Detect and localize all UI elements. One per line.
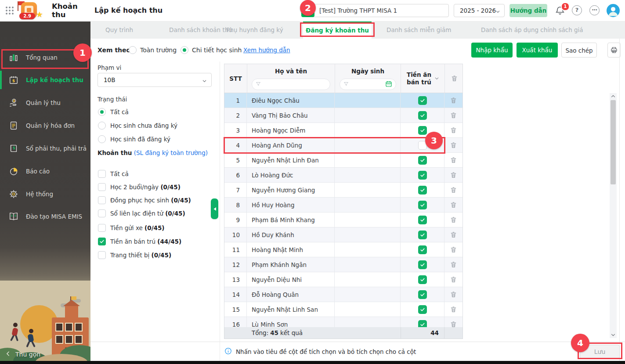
table-row[interactable]: 11Hoàng Nhật Minh (224, 242, 462, 257)
tab-danh-sach-khoan-thu[interactable]: Danh sách khoản thu (169, 21, 232, 39)
help-icon[interactable]: ? (572, 5, 582, 15)
collapse-filter-handle[interactable] (211, 198, 218, 219)
table-row[interactable]: 10Hồ Duy Khánh (224, 227, 462, 242)
status-radio-1[interactable]: Tất cả (98, 107, 129, 117)
table-row[interactable]: 15Nguyễn Nhật Linh San (224, 302, 462, 317)
meal-fee-checkbox[interactable] (418, 320, 427, 328)
year-selector[interactable]: 2025 - 2026 (454, 4, 505, 17)
guide-button[interactable]: Hướng dẫn (509, 4, 547, 17)
vertical-scrollbar[interactable] (610, 93, 617, 338)
delete-row-button[interactable] (450, 321, 457, 327)
table-row[interactable]: 5Nguyễn Nhật Linh Đan (224, 153, 462, 168)
delete-row-button[interactable] (450, 231, 457, 238)
delete-row-button[interactable] (450, 186, 457, 194)
table-row[interactable]: 2Vàng Thị Bảo Châu (224, 108, 462, 123)
delete-row-button[interactable] (450, 291, 457, 298)
meal-fee-checkbox[interactable] (418, 171, 427, 180)
meal-fee-checkbox[interactable] (418, 186, 427, 195)
table-row[interactable]: 14Đỗ Hoàng Quân (224, 287, 462, 302)
sidebar-item-quan-ly-hoa-don[interactable]: Quản lý hóa đơn (0, 115, 90, 136)
meal-fee-checkbox[interactable] (418, 245, 427, 254)
table-row[interactable]: 3Hoàng Ngọc Diễm (224, 123, 462, 138)
tab-dang-ky-khoan-thu[interactable]: Đăng ký khoản thu (303, 21, 372, 39)
meal-fee-checkbox[interactable] (418, 201, 427, 209)
delete-row-button[interactable] (450, 306, 457, 313)
meal-fee-checkbox[interactable] (418, 156, 427, 165)
delete-row-button[interactable] (450, 171, 457, 179)
fee-checkbox-2[interactable]: Học 2 buổi/ngày (0/45) (98, 182, 181, 192)
view-guide-link[interactable]: Xem hướng dẫn (243, 43, 290, 58)
meal-fee-checkbox[interactable] (418, 126, 427, 135)
apps-grid-icon[interactable] (6, 7, 14, 14)
meal-fee-checkbox[interactable] (418, 111, 427, 120)
delete-row-button[interactable] (450, 201, 457, 209)
tab-quy-trinh[interactable]: Quy trình (105, 21, 133, 39)
meal-fee-checkbox[interactable] (418, 290, 427, 299)
table-row[interactable]: 13Nguyễn Diệu Nhi (224, 272, 462, 287)
copy-button[interactable]: Sao chép (561, 43, 597, 58)
table-row[interactable]: 12Phạm Khánh Ngân (224, 257, 462, 272)
fee-checkbox-6[interactable]: Tiền ăn bán trú (44/45) (98, 236, 181, 247)
sidebar-item-lap-ke-hoach-thu[interactable]: $Lập kế hoạch thu (0, 69, 90, 90)
save-button[interactable]: Lưu (580, 345, 620, 359)
calendar-icon[interactable] (385, 80, 392, 89)
school-selector[interactable]: [Test] Trường THPT MISA 1 (301, 4, 449, 17)
scroll-down-arrow[interactable] (610, 332, 617, 338)
tab-phu-huynh-dang-ky[interactable]: Phụ huynh đăng ký (226, 21, 283, 39)
delete-row-button[interactable] (450, 261, 457, 268)
fee-checkbox-3[interactable]: Đồng phục học sinh (0/45) (98, 195, 191, 205)
fee-checkbox-7[interactable]: Trang thiết bị (0/45) (98, 250, 171, 260)
tab-danh-sach-ap-dung-chinh-sach-gia[interactable]: Danh sách áp dụng chính sách giá (481, 21, 583, 39)
sidebar-item-so-phai-thu-phai-tra[interactable]: $Sổ phải thu, phải trả (0, 138, 90, 159)
delete-row-button[interactable] (450, 216, 457, 223)
radio-student-detail[interactable]: Chi tiết học sinh (181, 43, 242, 58)
table-row[interactable]: 16Lù Minh Sơn (224, 317, 462, 327)
sidebar-item-dao-tao-misa-emis[interactable]: Đào tạo MISA EMIS (0, 206, 90, 227)
delete-row-button[interactable] (450, 112, 457, 119)
export-button[interactable]: Xuất khẩu (517, 43, 558, 58)
sidebar-item-bao-cao[interactable]: Báo cáo (0, 161, 90, 182)
table-row[interactable]: 8Hồ Huy Hoàng (224, 198, 462, 213)
table-row[interactable]: 6Lò Hoàng Đức (224, 168, 462, 183)
notification-bell-icon[interactable]: 1 (555, 5, 566, 17)
table-row[interactable]: 1Điêu Ngọc Châu (224, 93, 462, 108)
delete-row-button[interactable] (450, 126, 457, 134)
delete-row-button[interactable] (450, 246, 457, 253)
print-button[interactable] (607, 43, 621, 58)
delete-row-button[interactable] (450, 156, 457, 164)
scope-select[interactable]: 10B (98, 73, 212, 87)
meal-fee-checkbox[interactable] (418, 275, 427, 284)
sidebar-item-quan-ly-thu[interactable]: $Quản lý thu (0, 92, 90, 113)
sidebar-item-he-thong[interactable]: Hệ thống (0, 184, 90, 205)
meal-fee-checkbox[interactable] (418, 260, 427, 269)
tab-danh-sach-mien-giam[interactable]: Danh sách miễn giảm (387, 21, 451, 39)
meal-fee-checkbox[interactable] (418, 231, 427, 239)
status-radio-3[interactable]: Học sinh đã đăng ký (98, 134, 170, 144)
radio-whole-school[interactable]: Toàn trường (129, 43, 177, 58)
scrollbar-thumb[interactable] (611, 100, 616, 184)
more-icon[interactable]: ⋯ (589, 5, 600, 15)
column-header-fee[interactable]: Tiền ăn bán trú (401, 64, 445, 93)
import-button[interactable]: Nhập khẩu (471, 43, 513, 58)
meal-fee-checkbox[interactable] (418, 96, 427, 105)
user-avatar[interactable] (607, 4, 620, 17)
fee-checkbox-5[interactable]: Tiền gửi xe (0/45) (98, 223, 165, 233)
fee-checkbox-4[interactable]: Sổ liên lạc điện tử (0/45) (98, 208, 185, 219)
scroll-up-arrow[interactable] (610, 93, 617, 99)
meal-fee-checkbox[interactable] (418, 305, 427, 314)
meal-fee-checkbox[interactable] (418, 216, 427, 224)
birth-filter-input[interactable] (340, 79, 396, 90)
fee-checkbox-1[interactable]: Tất cả (98, 169, 129, 179)
table-row[interactable]: 7Nguyễn Hương Giang (224, 183, 462, 198)
meal-fee-checkbox[interactable] (418, 141, 427, 150)
sidebar-item-tong-quan[interactable]: Tổng quan (0, 47, 90, 68)
table-row[interactable]: 4Hoàng Anh Dũng (224, 138, 462, 153)
name-filter-input[interactable] (252, 79, 330, 90)
collapse-sidebar-button[interactable]: Thu gọn (5, 351, 40, 358)
table-row[interactable]: 9Phạm Bá Minh Khang (224, 213, 462, 227)
delete-row-button[interactable] (450, 276, 457, 283)
delete-row-button[interactable] (450, 97, 457, 104)
delete-row-button[interactable] (450, 141, 457, 149)
status-radio-2[interactable]: Học sinh chưa đăng ký (98, 120, 177, 131)
column-header-delete[interactable] (445, 64, 463, 93)
